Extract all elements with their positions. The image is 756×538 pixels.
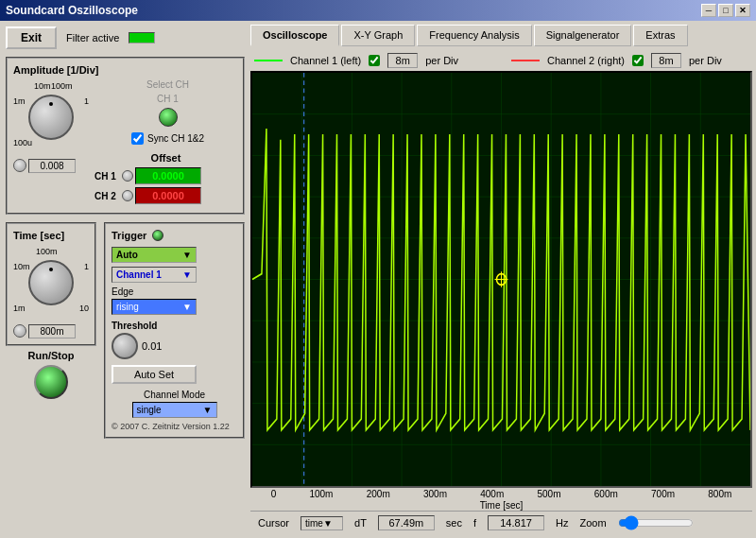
tab-bar: Oscilloscope X-Y Graph Frequency Analysi… xyxy=(250,25,752,46)
top-bar: Exit Filter active xyxy=(6,26,245,49)
threshold-knob[interactable] xyxy=(112,333,138,359)
zoom-label: Zoom xyxy=(580,517,607,529)
trigger-channel-dropdown[interactable]: Channel 1 ▼ xyxy=(112,267,197,283)
offset-ch1-knob[interactable] xyxy=(122,170,133,182)
window-controls: ─ □ ✕ xyxy=(701,4,750,17)
edge-value: rising xyxy=(116,302,139,312)
channel-mode-section: Channel Mode single ▼ xyxy=(112,390,237,418)
amp-label-100u: 100u xyxy=(13,138,32,148)
cursor-bar: Cursor time▼ dT 67.49m sec f 14.817 Hz Z… xyxy=(250,511,752,534)
channel-mode-dropdown[interactable]: single ▼ xyxy=(132,402,217,418)
offset-ch2-label: CH 2 xyxy=(94,191,118,201)
sync-checkbox[interactable] xyxy=(131,132,144,145)
amp-label-10m: 10m xyxy=(34,81,51,91)
amplitude-fine-knob[interactable] xyxy=(13,159,26,172)
threshold-value: 0.01 xyxy=(142,340,162,352)
ch1-checkbox[interactable] xyxy=(369,55,380,66)
ch2-per-div-unit: per Div xyxy=(689,55,722,66)
offset-ch1-label: CH 1 xyxy=(94,171,118,182)
trigger-label: Trigger xyxy=(112,230,146,241)
exit-button[interactable]: Exit xyxy=(6,26,57,49)
amp-label-1m: 1m xyxy=(13,96,26,106)
time-run-area: Time [sec] 100m 10m 1 1m 10 xyxy=(6,222,96,399)
close-button[interactable]: ✕ xyxy=(735,4,750,17)
trigger-section: Trigger Auto ▼ Channel 1 ▼ Edge rising ▼… xyxy=(104,222,245,439)
time-section: Time [sec] 100m 10m 1 1m 10 xyxy=(6,222,96,346)
copyright-text: © 2007 C. Zeitnitz Version 1.22 xyxy=(112,418,237,431)
offset-ch1-value[interactable]: 0.0000 xyxy=(135,167,201,184)
time-fine-knob[interactable] xyxy=(13,324,26,338)
left-panel: Exit Filter active Amplitude [1/Div] 10m… xyxy=(0,21,250,538)
channel-mode-label: Channel Mode xyxy=(112,390,237,400)
maximize-button[interactable]: □ xyxy=(718,4,733,17)
cursor-mode-value: time xyxy=(305,518,323,529)
dt-value: 67.49m xyxy=(378,515,435,530)
time-axis-100m: 100m xyxy=(309,489,333,499)
ch1-per-div[interactable]: 8m xyxy=(387,53,418,68)
time-axis-800m: 800m xyxy=(708,489,731,499)
auto-set-button[interactable]: Auto Set xyxy=(112,365,197,384)
zoom-slider[interactable] xyxy=(618,516,694,529)
trigger-title: Trigger xyxy=(112,230,237,241)
edge-dropdown[interactable]: rising ▼ xyxy=(112,299,197,315)
ch1-led[interactable] xyxy=(159,108,178,127)
select-ch-area: Select CH CH 1 Sync CH 1&2 Offset CH 1 xyxy=(94,79,237,207)
channel-mode-value: single xyxy=(137,405,162,415)
channel-bar: Channel 1 (left) 8m per Div Channel 2 (r… xyxy=(250,50,752,71)
select-ch-label: Select CH xyxy=(146,79,189,90)
time-content: 100m 10m 1 1m 10 xyxy=(13,245,89,338)
cursor-label: Cursor xyxy=(258,517,289,529)
amplitude-title: Amplitude [1/Div] xyxy=(13,64,237,76)
filter-label: Filter active xyxy=(66,32,119,43)
tab-signalgenerator[interactable]: Signalgenerator xyxy=(534,25,632,46)
bottom-left-area: Time [sec] 100m 10m 1 1m 10 xyxy=(6,222,245,439)
time-label-10m: 10m xyxy=(13,262,30,271)
time-axis: 0 100m 200m 300m 400m 500m 600m 700m 800… xyxy=(250,488,752,500)
f-unit: Hz xyxy=(556,517,568,529)
scope-display[interactable] xyxy=(250,71,752,488)
knob-indicator xyxy=(49,102,53,106)
amp-label-1: 1 xyxy=(84,96,89,106)
ch2-per-div[interactable]: 8m xyxy=(651,53,681,68)
amplitude-knob-container: 10m 100m 1m 1 100u xyxy=(13,79,89,155)
ch1-line-indicator xyxy=(254,60,283,61)
time-label-100m: 100m xyxy=(36,247,58,256)
amplitude-content: 10m 100m 1m 1 100u 0.008 xyxy=(13,79,237,207)
time-axis-600m: 600m xyxy=(594,489,618,499)
trigger-mode-dropdown[interactable]: Auto ▼ xyxy=(112,247,197,263)
select-ch-container: Select CH CH 1 Sync CH 1&2 xyxy=(98,79,237,145)
tab-oscilloscope[interactable]: Oscilloscope xyxy=(250,25,339,46)
time-axis-400m: 400m xyxy=(480,489,504,499)
edge-arrow: ▼ xyxy=(182,302,192,312)
trigger-channel-value: Channel 1 xyxy=(116,269,162,280)
cursor-mode-dropdown[interactable]: time▼ xyxy=(301,516,343,530)
run-stop-button[interactable] xyxy=(34,365,68,399)
time-knob[interactable] xyxy=(28,260,74,305)
title-bar: Soundcard Oszilloscope ─ □ ✕ xyxy=(0,0,756,21)
edge-label: Edge xyxy=(112,286,237,297)
f-label: f xyxy=(473,517,476,529)
run-stop-label: Run/Stop xyxy=(28,350,75,361)
trigger-mode-value: Auto xyxy=(116,250,138,260)
tab-xy-graph[interactable]: X-Y Graph xyxy=(341,25,415,46)
amplitude-value[interactable]: 0.008 xyxy=(28,159,76,173)
time-label-1: 1 xyxy=(84,262,89,271)
time-label-10: 10 xyxy=(79,304,89,313)
tab-extras[interactable]: Extras xyxy=(633,25,687,46)
ch2-checkbox[interactable] xyxy=(632,55,644,66)
trigger-channel-arrow: ▼ xyxy=(182,269,192,280)
amplitude-knob[interactable] xyxy=(28,95,74,140)
time-axis-200m: 200m xyxy=(367,489,390,499)
offset-ch2-value[interactable]: 0.0000 xyxy=(135,187,201,204)
ch2-bar-label: Channel 2 (right) xyxy=(547,55,625,66)
time-axis-700m: 700m xyxy=(651,489,675,499)
scope-svg xyxy=(252,73,750,486)
ch2-line-indicator xyxy=(511,60,540,61)
offset-ch2-knob[interactable] xyxy=(122,190,133,201)
sync-label: Sync CH 1&2 xyxy=(147,133,204,144)
threshold-label: Threshold xyxy=(112,321,237,331)
time-value[interactable]: 800m xyxy=(28,324,76,338)
time-axis-300m: 300m xyxy=(423,489,447,499)
tab-frequency-analysis[interactable]: Frequency Analysis xyxy=(417,25,531,46)
minimize-button[interactable]: ─ xyxy=(701,4,716,17)
